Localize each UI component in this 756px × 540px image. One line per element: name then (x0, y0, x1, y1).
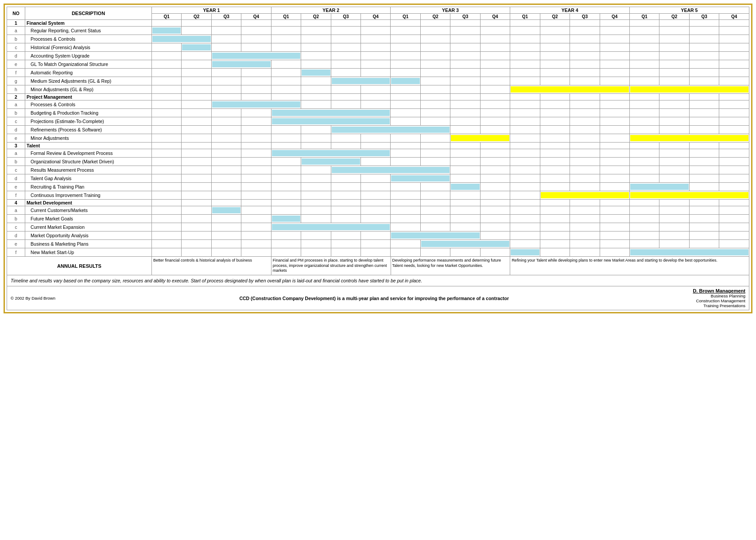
empty-cell (271, 174, 301, 183)
empty-cell (361, 100, 391, 109)
year3-header: YEAR 3 (391, 7, 510, 14)
item-desc: Talent Gap Analysis (25, 174, 152, 183)
empty-cell (151, 240, 181, 248)
empty-cell (540, 183, 570, 191)
empty-cell (689, 174, 719, 183)
empty-cell (182, 248, 211, 257)
empty-cell (331, 191, 361, 200)
empty-cell (450, 248, 480, 257)
empty-cell (719, 183, 749, 191)
section-no: 2 (7, 94, 25, 100)
item-sub: b (7, 109, 25, 117)
empty-cell (450, 191, 480, 200)
annual-text-y1: Better financial controls & historical a… (151, 257, 271, 275)
empty-cell (301, 85, 331, 94)
empty-cell (211, 134, 241, 143)
empty-cell (450, 35, 480, 43)
empty-cell (182, 149, 211, 158)
q3-y2: Q3 (331, 14, 361, 20)
item-sub: e (7, 240, 25, 248)
section-empty-cell (151, 94, 181, 100)
item-sub: a (7, 206, 25, 215)
empty-cell (600, 52, 629, 60)
empty-cell (659, 69, 689, 77)
section-title: Project Management (25, 94, 152, 100)
empty-cell (540, 158, 570, 166)
empty-cell (331, 85, 361, 94)
empty-cell (600, 206, 629, 215)
empty-cell (540, 206, 570, 215)
empty-cell (480, 174, 510, 183)
q2-y1: Q2 (182, 14, 211, 20)
empty-cell (331, 52, 361, 60)
empty-cell (719, 215, 749, 223)
section-empty-cell (600, 143, 629, 149)
annual-text-y4y5: Refining your Talent while developing pl… (510, 257, 749, 275)
empty-cell (182, 77, 211, 85)
empty-cell (659, 158, 689, 166)
empty-cell (719, 231, 749, 240)
section-empty-cell (241, 143, 271, 149)
item-sub: d (7, 52, 25, 60)
empty-cell (480, 215, 510, 223)
empty-cell (450, 149, 480, 158)
section-empty-cell (331, 143, 361, 149)
empty-cell (391, 117, 420, 126)
item-desc: Budgeting & Production Tracking (25, 109, 152, 117)
empty-cell (420, 85, 450, 94)
empty-cell (600, 126, 629, 134)
q4-y1: Q4 (241, 14, 271, 20)
empty-cell (391, 206, 420, 215)
empty-cell (600, 166, 629, 174)
section-empty-cell (540, 94, 570, 100)
section-empty-cell (719, 20, 749, 27)
empty-cell (659, 35, 689, 43)
footer-copyright: © 2002 By David Brown (11, 296, 55, 301)
empty-cell (540, 166, 570, 174)
section-no: 1 (7, 20, 25, 27)
item-sub: b (7, 35, 25, 43)
item-row: fAutomatic Reporting (7, 69, 749, 77)
section-empty-cell (689, 94, 719, 100)
empty-cell (600, 69, 629, 77)
empty-cell (540, 231, 570, 240)
empty-cell (211, 117, 241, 126)
empty-cell (182, 126, 211, 134)
section-empty-cell (600, 94, 629, 100)
empty-cell (301, 206, 331, 215)
section-empty-cell (719, 94, 749, 100)
empty-cell (391, 240, 420, 248)
empty-cell (241, 149, 271, 158)
gantt-table: NO DESCRIPTION YEAR 1 YEAR 2 YEAR 3 YEAR… (7, 7, 749, 257)
empty-cell (570, 117, 600, 126)
empty-cell (301, 134, 331, 143)
empty-cell (361, 69, 391, 77)
empty-cell (211, 158, 241, 166)
empty-cell (480, 183, 510, 191)
empty-cell (271, 240, 301, 248)
empty-cell (480, 223, 510, 231)
empty-cell (689, 183, 719, 191)
empty-cell (271, 231, 301, 240)
empty-cell (480, 77, 510, 85)
empty-cell (450, 43, 480, 52)
empty-cell (629, 27, 659, 35)
empty-cell (570, 134, 600, 143)
empty-cell (570, 77, 600, 85)
empty-cell (510, 231, 540, 240)
empty-cell (540, 240, 570, 248)
empty-cell (629, 77, 659, 85)
section-empty-cell (420, 94, 450, 100)
empty-cell (629, 240, 659, 248)
empty-cell (659, 206, 689, 215)
q3-y5: Q3 (689, 14, 719, 20)
empty-cell (570, 35, 600, 43)
bar-cell (211, 206, 241, 215)
empty-cell (629, 126, 659, 134)
empty-cell (361, 27, 391, 35)
item-desc: Refinements (Process & Software) (25, 126, 152, 134)
empty-cell (361, 215, 391, 223)
empty-cell (420, 69, 450, 77)
bar-cell (271, 117, 391, 126)
empty-cell (391, 85, 420, 94)
